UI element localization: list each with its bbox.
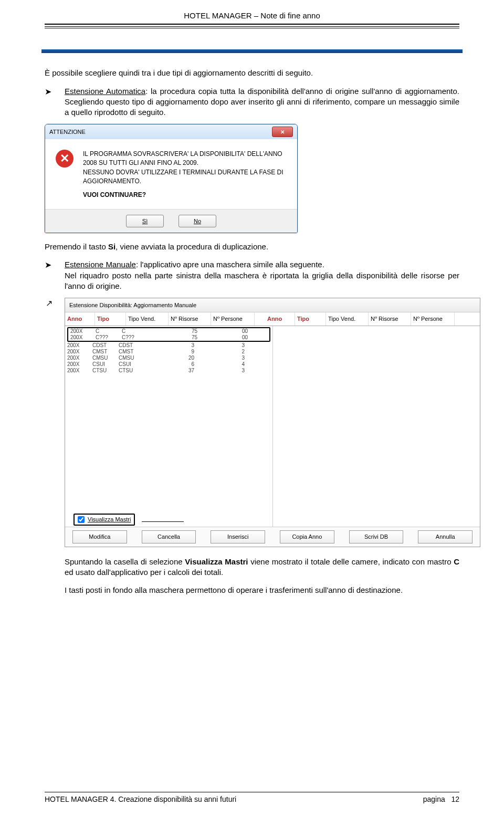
- inserisci-button[interactable]: Inserisci: [211, 530, 265, 543]
- bullet-ext-auto: ➤ Estensione Automatica: la procedura co…: [45, 86, 459, 118]
- bullet-icon: ➤: [45, 259, 65, 271]
- page-footer: HOTEL MANAGER 4. Creazione disponibilità…: [45, 792, 459, 804]
- dialog-titlebar: ATTENZIONE ✕: [45, 124, 297, 139]
- footer-right: pagina 12: [423, 794, 459, 804]
- no-button[interactable]: No: [178, 215, 216, 227]
- post-grid-paragraph-1: Spuntando la casella di selezione Visual…: [65, 557, 459, 578]
- copia-anno-button[interactable]: Copia Anno: [280, 530, 334, 543]
- bullet-icon: ➤: [45, 86, 65, 98]
- page-header-title: HOTEL MANAGER – Note di fine anno: [45, 11, 459, 21]
- table-row: 200XCC7500: [68, 328, 269, 334]
- cancella-button[interactable]: Cancella: [142, 530, 196, 543]
- highlighted-rows: 200XCC7500 200XC???C???7500: [67, 327, 270, 342]
- accent-bar: [41, 49, 463, 53]
- ext-man-label: Estensione Manuale: [65, 260, 136, 269]
- visualizza-mastri-checkbox[interactable]: Visualizza Mastri: [74, 514, 135, 526]
- table-row: 200XCDSTCDST33: [65, 342, 272, 349]
- disponibilita-window: Estensione Disponibilità: Aggiornamento …: [65, 298, 480, 547]
- yes-button[interactable]: Sì: [126, 215, 164, 227]
- ext-man-text: : l'applicativo apre una maschera simile…: [136, 260, 324, 269]
- dialog-title-text: ATTENZIONE: [49, 128, 86, 136]
- scrivi-db-button[interactable]: Scrivi DB: [349, 530, 404, 543]
- leader-arrow-icon: ↗: [46, 298, 52, 309]
- modifica-button[interactable]: Modifica: [72, 530, 127, 543]
- post-grid-paragraph-2: I tasti posti in fondo alla maschera per…: [65, 585, 459, 595]
- table-row: 200XCTSUCTSU373: [65, 368, 272, 374]
- table-row: 200XC???C???7500: [68, 334, 269, 341]
- grid-header: Anno Tipo Tipo Vend. Nº Risorse Nº Perso…: [65, 312, 480, 326]
- footer-left: HOTEL MANAGER 4. Creazione disponibilità…: [45, 794, 236, 804]
- header-divider: [45, 24, 459, 27]
- window-title: Estensione Disponibilità: Aggiornamento …: [65, 298, 480, 312]
- header-divider-thin: [45, 28, 459, 28]
- ext-man-text2: Nel riquadro posto nella parte sinistra …: [65, 271, 459, 290]
- grid-footer-buttons: Modifica Cancella Inserisci Copia Anno S…: [65, 527, 480, 547]
- attention-dialog: ATTENZIONE ✕ ✕ IL PROGRAMMA SOVRASCRIVER…: [45, 124, 298, 233]
- annulla-button[interactable]: Annulla: [418, 530, 472, 543]
- table-row: 200XCMSUCMSU203: [65, 355, 272, 361]
- error-icon: ✕: [56, 150, 74, 168]
- leader-line: [142, 521, 184, 522]
- intro-paragraph: È possibile scegliere quindi tra i due t…: [45, 68, 459, 78]
- dialog-message: IL PROGRAMMA SOVRASCRIVERA' LA DISPONIBI…: [83, 150, 283, 200]
- after-dialog-paragraph: Premendo il tasto Si, viene avviata la p…: [45, 242, 459, 252]
- bullet-ext-manual: ➤ Estensione Manuale: l'applicativo apre…: [45, 259, 459, 291]
- close-icon[interactable]: ✕: [272, 127, 293, 137]
- ext-auto-label: Estensione Automatica: [65, 87, 145, 96]
- table-row: 200XCSUICSUI64: [65, 361, 272, 368]
- table-row: 200XCMSTCMST92: [65, 349, 272, 355]
